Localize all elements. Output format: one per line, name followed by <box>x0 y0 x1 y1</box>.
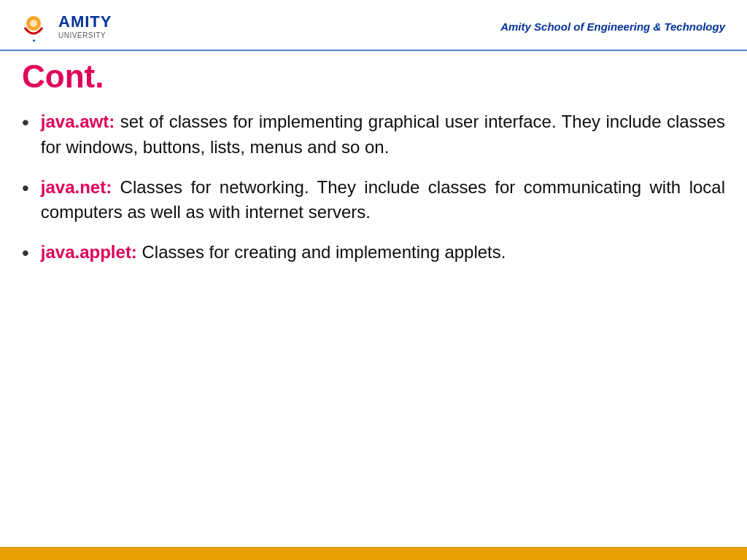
bullet-dot: • <box>22 240 29 266</box>
list-item: • java.awt: set of classes for implement… <box>22 109 725 160</box>
slide-title-area: Cont. <box>0 51 747 95</box>
footer-bar <box>0 547 747 560</box>
bullet-content: java.applet: Classes for creating and im… <box>41 240 725 265</box>
slide-title: Cont. <box>22 58 725 95</box>
svg-text:✦: ✦ <box>32 39 36 43</box>
slide: ✦ AMITY UNIVERSITY Amity School of Engin… <box>0 0 747 560</box>
bullet-dot: • <box>22 109 29 136</box>
bullet-list: • java.awt: set of classes for implement… <box>22 109 725 267</box>
svg-point-2 <box>30 20 37 27</box>
header-institution: Amity School of Engineering & Technology <box>500 20 725 33</box>
desc-java-awt: set of classes for implementing graphica… <box>41 112 725 157</box>
logo-university-label: UNIVERSITY <box>58 31 112 39</box>
logo-text: AMITY UNIVERSITY <box>58 13 112 39</box>
bullet-content: java.net: Classes for networking. They i… <box>41 175 725 226</box>
header: ✦ AMITY UNIVERSITY Amity School of Engin… <box>0 0 747 51</box>
desc-java-applet: Classes for creating and implementing ap… <box>137 242 506 262</box>
logo-amity-label: AMITY <box>58 13 112 31</box>
keyword-java-awt: java.awt: <box>41 112 115 131</box>
keyword-java-applet: java.applet: <box>41 242 137 262</box>
desc-java-net: Classes for networking. They include cla… <box>41 177 725 222</box>
slide-content: • java.awt: set of classes for implement… <box>0 95 747 547</box>
logo-area: ✦ AMITY UNIVERSITY <box>15 7 112 45</box>
amity-logo-icon: ✦ <box>15 7 53 45</box>
list-item: • java.net: Classes for networking. They… <box>22 175 725 226</box>
list-item: • java.applet: Classes for creating and … <box>22 240 725 266</box>
bullet-dot: • <box>22 175 29 201</box>
bullet-content: java.awt: set of classes for implementin… <box>41 109 725 160</box>
keyword-java-net: java.net: <box>41 177 112 197</box>
